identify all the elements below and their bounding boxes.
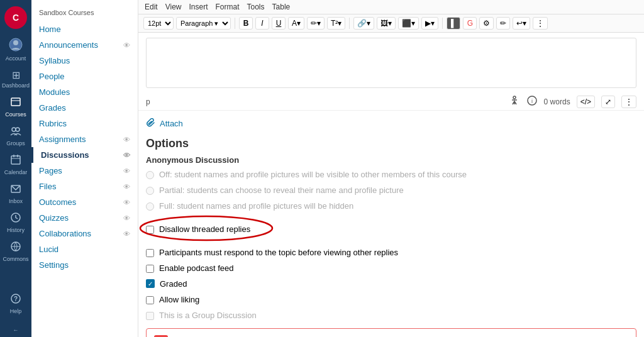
sidebar-lucid-label: Lucid — [39, 245, 58, 254]
group-discussion-label: This is a Group Discussion — [159, 311, 257, 320]
sidebar-rubrics-label: Rubrics — [39, 119, 67, 128]
sidebar-home-label: Home — [39, 25, 61, 34]
extra-btn-5[interactable]: ↩▾ — [513, 17, 530, 30]
menu-table[interactable]: Table — [272, 3, 291, 11]
groups-icon — [10, 125, 21, 139]
svg-point-3 — [13, 40, 18, 45]
sidebar-item-files[interactable]: Files 👁 — [31, 179, 138, 194]
discussion-options-area: Attach Options Anonymous Discussion Off:… — [138, 116, 644, 337]
podcast-feed-checkbox[interactable] — [146, 265, 154, 273]
sidebar-grades-label: Grades — [39, 103, 66, 113]
font-size-select[interactable]: 12pt — [143, 17, 174, 30]
announcements-eye-icon: 👁 — [123, 41, 130, 49]
sidebar-item-modules[interactable]: Modules — [31, 84, 138, 100]
embed-button[interactable]: ▶▾ — [421, 17, 438, 30]
sidebar-people-label: People — [39, 72, 64, 81]
nav-dashboard[interactable]: ⊞ Dashboard — [0, 65, 31, 92]
toolbar-divider-1 — [235, 18, 235, 29]
more-options-button[interactable]: ⋮ — [533, 17, 548, 30]
svg-text:?: ? — [14, 296, 18, 302]
italic-button[interactable]: I — [255, 17, 269, 30]
font-color-button[interactable]: A▾ — [288, 17, 304, 30]
extra-btn-4[interactable]: ✏ — [496, 17, 510, 30]
nav-history[interactable]: History — [0, 208, 31, 237]
editor-toolbar: 12pt Paragraph ▾ B I U A▾ ✏▾ T²▾ 🔗▾ 🖼▾ ⬛… — [138, 14, 644, 33]
link-button[interactable]: 🔗▾ — [353, 17, 374, 30]
editor-current-tag: p — [146, 97, 150, 106]
anon-option-off: Off: student names and profile pictures … — [146, 168, 636, 181]
menu-view[interactable]: View — [165, 3, 182, 11]
quizzes-eye-icon: 👁 — [123, 214, 130, 222]
svg-point-18 — [513, 96, 516, 99]
nav-help[interactable]: ? Help — [0, 289, 31, 318]
toolbar-divider-2 — [349, 18, 350, 29]
underline-button[interactable]: U — [272, 17, 286, 30]
nav-courses[interactable]: Courses — [0, 92, 31, 121]
sidebar-item-home[interactable]: Home — [31, 21, 138, 37]
nav-inbox[interactable]: Inbox — [0, 179, 31, 208]
nav-calendar[interactable]: Calendar — [0, 150, 31, 179]
sidebar-pages-label: Pages — [39, 166, 62, 175]
fullscreen-button[interactable]: ⤢ — [601, 96, 615, 108]
nav-commons-label: Commons — [3, 256, 28, 262]
sidebar-item-pages[interactable]: Pages 👁 — [31, 163, 138, 179]
superscript-button[interactable]: T²▾ — [327, 17, 345, 30]
highlight-button[interactable]: ✏▾ — [307, 17, 325, 30]
image-button[interactable]: 🖼▾ — [377, 17, 396, 30]
more-editor-options[interactable]: ⋮ — [621, 96, 636, 108]
sidebar-item-syllabus[interactable]: Syllabus — [31, 53, 138, 69]
disallow-threaded-checkbox[interactable] — [146, 226, 154, 234]
anon-full-radio[interactable] — [146, 202, 154, 211]
warning-box: ! Students have already submitted to thi… — [146, 328, 636, 337]
bold-button[interactable]: B — [239, 17, 253, 30]
sidebar-assignments-label: Assignments — [39, 135, 86, 144]
left-nav: C Account ⊞ Dashboard Courses Groups — [0, 0, 31, 337]
graded-checkbox-checked[interactable]: ✓ — [146, 279, 155, 288]
graded-label: Graded — [160, 279, 187, 289]
sidebar-item-outcomes[interactable]: Outcomes 👁 — [31, 194, 138, 210]
graded-row: ✓ Graded — [146, 277, 636, 290]
paragraph-select[interactable]: Paragraph ▾ — [176, 17, 231, 30]
nav-back[interactable]: ← — [0, 323, 31, 337]
participants-respond-row: Participants must respond to the topic b… — [146, 246, 636, 259]
sidebar-item-people[interactable]: People — [31, 69, 138, 84]
nav-commons[interactable]: Commons — [0, 237, 31, 266]
svg-text:C: C — [13, 13, 19, 23]
anon-full-label: Full: student names and profile pictures… — [159, 201, 353, 211]
nav-groups[interactable]: Groups — [0, 121, 31, 150]
sidebar-item-collaborations[interactable]: Collaborations 👁 — [31, 226, 138, 241]
sidebar-settings-label: Settings — [39, 260, 69, 270]
calendar-icon — [10, 154, 21, 168]
menu-edit[interactable]: Edit — [145, 3, 158, 11]
menu-format[interactable]: Format — [216, 3, 240, 11]
menu-insert[interactable]: Insert — [189, 3, 208, 11]
sidebar-item-settings[interactable]: Settings — [31, 257, 138, 273]
attach-button[interactable]: Attach — [146, 116, 636, 131]
extra-btn-2[interactable]: G — [463, 17, 477, 30]
sidebar-item-lucid[interactable]: Lucid — [31, 241, 138, 257]
sidebar-item-rubrics[interactable]: Rubrics — [31, 116, 138, 131]
nav-account-label: Account — [6, 55, 26, 62]
nav-account[interactable]: Account — [0, 34, 31, 65]
menu-tools[interactable]: Tools — [247, 3, 265, 11]
word-count: 0 words — [544, 97, 570, 106]
html-view-button[interactable]: </> — [577, 96, 595, 108]
courses-icon — [10, 96, 21, 110]
group-discussion-checkbox[interactable] — [146, 312, 154, 320]
app-logo: C — [4, 6, 27, 29]
sidebar-item-assignments[interactable]: Assignments 👁 — [31, 131, 138, 147]
media-button[interactable]: ⬛▾ — [398, 17, 419, 30]
sidebar-item-quizzes[interactable]: Quizzes 👁 — [31, 210, 138, 226]
sidebar-item-grades[interactable]: Grades — [31, 100, 138, 116]
editor-text-area[interactable] — [146, 38, 636, 88]
sidebar-item-discussions[interactable]: Discussions 👁 — [31, 147, 138, 163]
anon-partial-radio[interactable] — [146, 187, 154, 195]
anon-off-radio[interactable] — [146, 171, 154, 179]
sidebar-item-announcements[interactable]: Announcements 👁 — [31, 37, 138, 53]
course-name: Sandbox Courses — [31, 6, 138, 21]
extra-btn-1[interactable]: ▌ — [447, 17, 460, 30]
extra-btn-3[interactable]: ⚙ — [479, 17, 494, 30]
allow-liking-checkbox[interactable] — [146, 296, 154, 304]
participants-respond-checkbox[interactable] — [146, 249, 154, 257]
anon-partial-label: Partial: students can choose to reveal t… — [159, 185, 404, 195]
